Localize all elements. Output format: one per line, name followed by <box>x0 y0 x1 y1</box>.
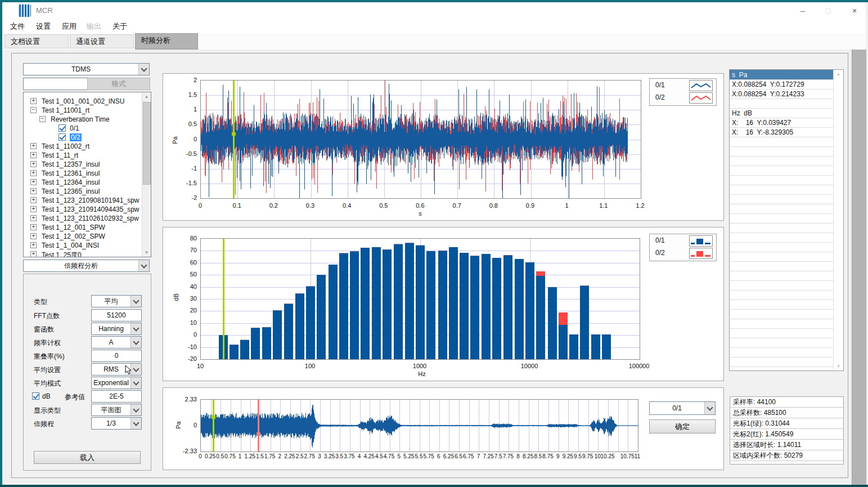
collapse-icon[interactable]: − <box>39 116 46 122</box>
tree-item-label[interactable]: Test 1_123_211026102932_spw <box>42 215 139 222</box>
chevron-down-icon[interactable] <box>131 323 141 334</box>
expand-icon[interactable]: + <box>30 251 37 257</box>
tree-item[interactable]: +Test 1_11002_rt <box>24 142 142 151</box>
expand-icon[interactable]: + <box>30 161 37 167</box>
tree-item-label[interactable]: Test 1_1_004_INSI <box>42 242 99 249</box>
tree-item-label[interactable]: Test 1_001_001_002_INSU <box>42 97 124 105</box>
tree-item[interactable]: +Test 1_123_211026102932_spw <box>24 214 142 223</box>
window-scrollbar[interactable] <box>852 50 866 487</box>
expand-icon[interactable]: + <box>30 224 37 230</box>
red-cursor-line[interactable] <box>258 400 259 452</box>
readout-row[interactable]: X:0.088254 Y:0.214233 <box>730 90 833 99</box>
scroll-up-icon[interactable]: ▲ <box>142 92 151 101</box>
tree-item[interactable]: +Test 1_123_210908101941_spw <box>24 196 142 205</box>
confirm-button[interactable]: 确定 <box>649 419 716 434</box>
tree-item-label[interactable]: Reverberation Time <box>51 115 110 123</box>
db-checkbox[interactable] <box>32 392 39 400</box>
tree-item[interactable]: +Test 1_12365_insul <box>24 187 142 196</box>
expand-icon[interactable]: + <box>30 215 37 221</box>
tree-item-label[interactable]: Test 1_123_210908101941_spw <box>42 196 139 204</box>
close-button[interactable]: × <box>846 6 863 17</box>
readout-row[interactable]: Hz dB <box>730 109 833 118</box>
maximize-button[interactable]: □ <box>820 6 836 17</box>
chevron-down-icon[interactable] <box>131 418 141 429</box>
tree-item-label[interactable]: Test 1_12365_insul <box>42 187 100 195</box>
legend-row[interactable]: 0/1 <box>650 234 716 247</box>
reference-value-input[interactable]: 2E-5 <box>91 390 142 403</box>
form-select-9[interactable]: 1/3 <box>91 417 142 430</box>
tree-item-label[interactable]: Test 1_123_210914094435_spw <box>42 205 139 213</box>
tab-channel-settings[interactable]: 通道设置 <box>70 34 134 48</box>
tree-item[interactable]: +Test 1_123_210914094435_spw <box>24 205 142 214</box>
green-cursor-line[interactable] <box>233 81 235 198</box>
checkbox[interactable] <box>59 124 66 132</box>
menu-settings[interactable]: 设置 <box>36 21 51 32</box>
menu-about[interactable]: 关于 <box>113 21 127 32</box>
tree-item[interactable]: +Test 1_11_rt <box>24 151 142 160</box>
tab-document-settings[interactable]: 文档设置 <box>5 34 69 48</box>
time-waveform-plot[interactable] <box>200 80 641 199</box>
tree-item-label[interactable]: Test 1_12_001_SPW <box>42 224 105 231</box>
expand-icon[interactable]: + <box>30 206 37 212</box>
tree-item-label[interactable]: Test 1_25度0 <box>42 251 82 257</box>
tree-item-label[interactable]: Test 1_12_002_SPW <box>42 233 105 240</box>
tree-item[interactable]: +Test 1_12_001_SPW <box>24 223 142 232</box>
expand-icon[interactable]: + <box>30 179 37 185</box>
menu-file[interactable]: 文件 <box>10 21 25 32</box>
scroll-up-icon[interactable]: ▲ <box>834 70 843 78</box>
expand-icon[interactable]: + <box>30 242 37 248</box>
form-select-8[interactable]: 平面图 <box>91 404 142 416</box>
readout-row[interactable]: X: 16 Y:0.039427 <box>730 118 833 128</box>
expand-icon[interactable]: + <box>30 188 37 194</box>
form-select-0[interactable]: 平均 <box>91 295 142 307</box>
green-cursor-line[interactable] <box>213 400 214 452</box>
scroll-down-icon[interactable]: ▼ <box>834 362 843 370</box>
analysis-type-combo[interactable]: 倍频程分析 <box>23 260 150 272</box>
tree-item-label[interactable]: Test 1_11_rt <box>42 151 78 159</box>
legend-row[interactable]: 0/1 <box>650 79 716 91</box>
legend-row[interactable]: 0/2 <box>650 247 716 259</box>
form-select-6[interactable]: Exponential <box>91 377 142 389</box>
tree-item[interactable]: +Test 1_12364_insul <box>24 178 142 187</box>
tree-item[interactable]: +Test 1_12357_insul <box>24 160 142 169</box>
load-button[interactable]: 载入 <box>34 451 141 464</box>
minimize-button[interactable]: – <box>794 6 811 17</box>
expand-icon[interactable]: + <box>30 152 37 158</box>
collapse-icon[interactable]: − <box>30 107 37 113</box>
form-select-3[interactable]: A <box>91 336 142 349</box>
form-select-2[interactable]: Hanning <box>91 323 142 335</box>
form-select-5[interactable]: RMS <box>91 363 142 376</box>
scroll-down-icon[interactable]: ▼ <box>142 248 151 257</box>
form-input-4[interactable]: 0 <box>91 350 142 362</box>
tree-item-label[interactable]: Test 1_12357_insul <box>42 160 100 168</box>
overview-waveform-plot[interactable] <box>200 399 638 452</box>
expand-icon[interactable]: + <box>30 98 37 104</box>
chevron-down-icon[interactable] <box>704 402 715 414</box>
readout-row[interactable] <box>730 99 833 109</box>
tree-item-label[interactable]: Test 1_12364_insul <box>42 178 100 186</box>
tab-time-frequency-analysis[interactable]: 时频分析 <box>135 33 198 50</box>
tree-item[interactable]: +Test 1_12361_insul <box>24 169 142 178</box>
legend-row[interactable]: 0/2 <box>650 91 716 104</box>
tree-item-label[interactable]: Test 1_11002_rt <box>42 142 89 150</box>
readout-header[interactable]: s Pa <box>730 70 833 80</box>
readout-row[interactable]: X:0.088254 Y:0.172729 <box>730 80 833 90</box>
form-input-1[interactable]: 51200 <box>91 309 142 321</box>
expand-icon[interactable]: + <box>30 170 37 176</box>
checkbox[interactable] <box>59 133 66 141</box>
green-cursor-line[interactable] <box>223 239 224 359</box>
chevron-down-icon[interactable] <box>138 260 149 271</box>
chevron-down-icon[interactable] <box>138 64 149 75</box>
filter-input[interactable] <box>23 78 88 90</box>
tree-item[interactable]: +Test 1_001_001_002_INSU <box>24 97 142 106</box>
channel-select-combo[interactable]: 0/1 <box>649 401 716 415</box>
chevron-down-icon[interactable] <box>131 404 141 415</box>
expand-icon[interactable]: + <box>30 197 37 203</box>
tree-item-label[interactable]: Test 1_11001_rt <box>42 106 89 114</box>
tree-item[interactable]: 0/2 <box>24 133 142 142</box>
chevron-down-icon[interactable] <box>131 296 141 307</box>
menu-apply[interactable]: 应用 <box>62 21 77 32</box>
tree-item[interactable]: +Test 1_25度0 <box>24 250 142 257</box>
tree-scroll-thumb[interactable] <box>143 102 151 185</box>
octave-spectrum-plot[interactable] <box>200 238 640 360</box>
